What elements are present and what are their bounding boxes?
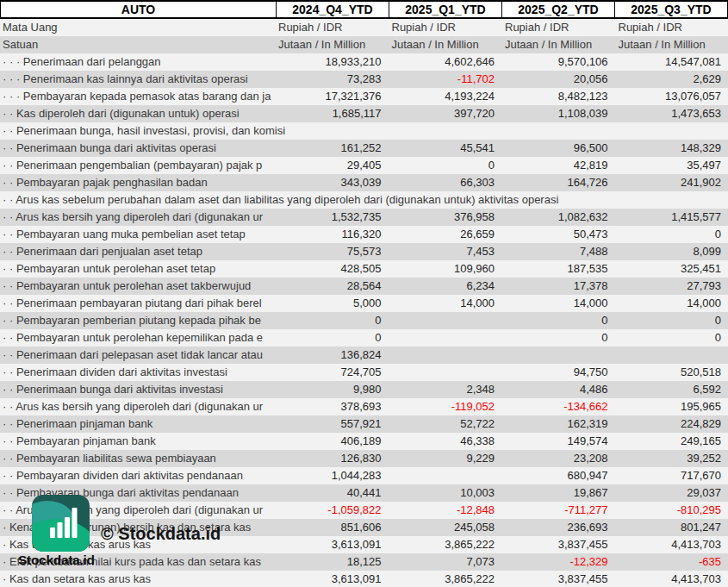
row-label: · · · Penerimaan dari pelanggan (0, 53, 275, 71)
row-label: · · Pembayaran dividen dari aktivitas pe… (0, 467, 275, 484)
cell-value: 28,564 (275, 278, 389, 295)
cell-value: 557,921 (275, 415, 389, 433)
table-row[interactable]: · · Penerimaan pinjaman bank557,92152,72… (0, 415, 728, 433)
cell-value: 29,037 (615, 484, 728, 502)
row-label: · · Pembayaran pajak penghasilan badan (0, 174, 275, 191)
table-row[interactable]: SatuanJutaan / In MillionJutaan / In Mil… (0, 36, 728, 53)
table-row[interactable]: · · Arus kas sebelum perubahan dalam ase… (0, 191, 728, 209)
cell-value: 0 (615, 226, 728, 243)
stockdata-logo (32, 495, 90, 552)
cell-value: 39,252 (615, 450, 728, 467)
table-row[interactable]: · · Pembayaran pinjaman bank406,18946,33… (0, 433, 728, 450)
cell-value: 10,003 (389, 484, 502, 502)
cell-value: 325,451 (615, 260, 728, 278)
row-label: · · Penerimaan dari penjualan aset tetap (0, 243, 275, 260)
table-row[interactable]: · · Penerimaan bunga, hasil investasi, p… (0, 122, 728, 140)
table-row[interactable]: · · Penerimaan pengembalian (pembayaran)… (0, 157, 728, 174)
table-row[interactable]: · · Arus kas bersih yang diperoleh dari … (0, 209, 728, 226)
cell-value: 2,629 (615, 71, 728, 88)
cell-value: 2,348 (389, 381, 502, 398)
cell-value: 66,303 (389, 174, 502, 191)
cell-value: 26,659 (389, 226, 502, 243)
header-col-2025-q2: 2025_Q2_YTD (501, 2, 614, 17)
row-label: · · Pembayaran pemberian piutang kepada … (0, 312, 275, 329)
table-row[interactable]: · Efek perubahan nilai kurs pada kas dan… (0, 553, 728, 571)
cell-value: -12,848 (389, 502, 502, 519)
table-row[interactable]: · · Pembayaran liabilitas sewa pembiayaa… (0, 450, 728, 467)
cell-value (389, 347, 502, 364)
cell-value: 224,829 (615, 415, 728, 433)
cell-value: 1,108,039 (501, 105, 615, 122)
cell-value: -119,052 (389, 398, 502, 415)
table-row[interactable]: · · Pembayaran untuk perolehan aset takb… (0, 278, 728, 295)
table-row[interactable]: · · · Penerimaan kas lainnya dari aktivi… (0, 71, 728, 88)
table-row[interactable]: · · Kas diperoleh dari (digunakan untuk)… (0, 105, 728, 122)
row-label: Satuan (0, 36, 275, 53)
table-row[interactable]: · · Penerimaan dividen dari aktivitas in… (0, 364, 728, 381)
table-row[interactable]: · · Penerimaan dari pelepasan aset tidak… (0, 347, 728, 364)
cell-value: 724,705 (275, 364, 389, 381)
cell-value: 376,958 (389, 209, 502, 226)
header-auto: AUTO (1, 2, 276, 17)
cell-value: 520,518 (615, 364, 728, 381)
table-row[interactable]: · · · Penerimaan dari pelanggan18,933,21… (0, 53, 728, 71)
cell-value: -635 (615, 553, 728, 571)
table-row[interactable]: · · · Pembayaran kepada pemasok atas bar… (0, 88, 728, 105)
cell-value: 0 (389, 157, 502, 174)
cell-value: 3,865,222 (389, 571, 502, 587)
row-label: · · Penerimaan dari pelepasan aset tidak… (0, 347, 275, 364)
cell-value: 4,193,224 (389, 88, 502, 105)
table-row[interactable]: · · Pembayaran bunga dari aktivitas pend… (0, 484, 728, 502)
cell-value: Jutaan / In Million (501, 36, 615, 53)
cell-value: 0 (275, 312, 389, 329)
row-label: · · Penerimaan bunga dari aktivitas inve… (0, 381, 275, 398)
table-row[interactable]: · · Arus kas bersih yang diperoleh dari … (0, 502, 728, 519)
row-label: Mata Uang (0, 19, 275, 36)
cell-value (389, 312, 502, 329)
cell-value: 717,670 (615, 467, 728, 484)
cell-value: 406,189 (275, 433, 389, 450)
table-row[interactable]: · · Pembayaran pajak penghasilan badan34… (0, 174, 728, 191)
table-header-row: AUTO 2024_Q4_YTD 2025_Q1_YTD 2025_Q2_YTD… (0, 0, 728, 19)
cell-value: 4,486 (501, 381, 615, 398)
table-row[interactable]: Mata UangRupiah / IDRRupiah / IDRRupiah … (0, 19, 728, 36)
cell-value: 27,793 (615, 278, 728, 295)
table-row[interactable]: · · Penerimaan bunga dari aktivitas inve… (0, 381, 728, 398)
cell-value: 6,234 (389, 278, 502, 295)
table-row[interactable]: · · Penerimaan dari penjualan aset tetap… (0, 243, 728, 260)
table-row[interactable]: · · Pembayaran dividen dari aktivitas pe… (0, 467, 728, 484)
row-label: · · · Penerimaan kas lainnya dari aktivi… (0, 71, 275, 88)
table-row[interactable]: · · Pembayaran pemberian piutang kepada … (0, 312, 728, 329)
cell-value: 4,602,646 (389, 53, 502, 71)
cell-value: 3,613,091 (275, 536, 389, 553)
cell-value: 5,000 (275, 295, 389, 312)
cell-value: -134,662 (501, 398, 615, 415)
cell-value: 96,500 (501, 140, 615, 157)
row-label: · · Pembayaran pinjaman bank (0, 433, 275, 450)
row-label: · · Penerimaan pengembalian (pembayaran)… (0, 157, 275, 174)
watermark-brand-text: Stockdata.id (18, 553, 95, 568)
cell-value: 7,073 (389, 553, 502, 571)
row-label: · · Arus kas sebelum perubahan dalam ase… (0, 191, 728, 209)
cell-value: 1,532,735 (275, 209, 389, 226)
row-label: · Kas dan setara kas arus kas (0, 571, 275, 587)
table-row[interactable]: · · Pembayaran untuk perolehan kepemilik… (0, 329, 728, 347)
cell-value: 7,453 (389, 243, 502, 260)
cell-value: 8,099 (615, 243, 728, 260)
cell-value: 0 (501, 312, 615, 329)
table-row[interactable]: · · Penerimaan pembayaran piutang dari p… (0, 295, 728, 312)
cell-value: 73,283 (275, 71, 389, 88)
table-row[interactable]: · · Arus kas bersih yang diperoleh dari … (0, 398, 728, 415)
cell-value: 35,497 (615, 157, 728, 174)
cell-value: 428,505 (275, 260, 389, 278)
cell-value: 45,541 (389, 140, 502, 157)
cell-value: 109,960 (389, 260, 502, 278)
cell-value (389, 364, 502, 381)
table-row[interactable]: · · Penerimaan bunga dari aktivitas oper… (0, 140, 728, 157)
cell-value: 9,570,106 (501, 53, 615, 71)
table-row[interactable]: · · Pembayaran untuk perolehan aset teta… (0, 260, 728, 278)
table-row[interactable]: · Kas dan setara kas arus kas3,613,0913,… (0, 571, 728, 587)
cell-value: 249,165 (615, 433, 728, 450)
cell-value: 52,722 (389, 415, 502, 433)
table-row[interactable]: · · Pembayaran uang muka pembelian aset … (0, 226, 728, 243)
